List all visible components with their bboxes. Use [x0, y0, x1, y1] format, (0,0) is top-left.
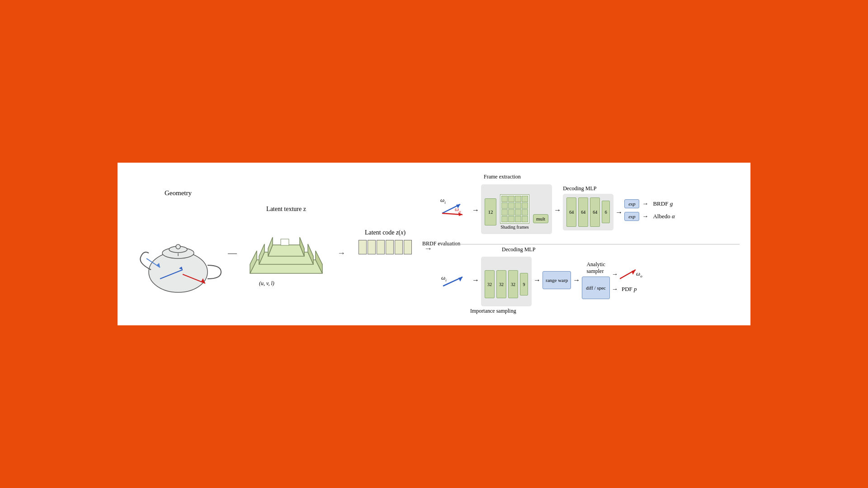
mlp-64a: 64: [566, 197, 576, 227]
arrow-exp-1: →: [642, 200, 648, 207]
latent-code-label: Latent code z(x): [365, 229, 406, 236]
bottom-omega-area: ωi: [439, 268, 470, 293]
cell-2: [508, 196, 514, 202]
exp-box-2: exp: [624, 212, 639, 221]
latent-texture-label: Latent texture z: [266, 206, 306, 213]
svg-point-3: [176, 244, 180, 249]
arrow-geom-to-latent: —: [228, 248, 237, 258]
decoding-mlp-top-panel: 64 64 64 6: [563, 194, 613, 230]
mlp-32b: 32: [496, 270, 506, 298]
cell-15: [515, 216, 521, 222]
cell-11: [515, 209, 521, 216]
albedo-result-label: Albedo α: [653, 213, 675, 220]
latent-box-4: [386, 240, 394, 254]
shading-grid: [500, 194, 529, 224]
cell-7: [515, 202, 521, 209]
decoding-mlp-top-title: Decoding MLP: [563, 185, 613, 192]
mult-area: mult: [533, 201, 548, 223]
cell-12: [522, 209, 528, 216]
teapot-area: [133, 200, 223, 299]
arrow-omega-bottom: →: [472, 276, 479, 284]
mlp-64c: 64: [590, 197, 600, 227]
decoding-mlp-top-wrapper: Decoding MLP 64 64 64 6: [563, 185, 613, 230]
arrow-range-to-analytic: →: [573, 276, 580, 284]
uvl-label: (u, v, l): [259, 280, 274, 287]
plate-stack-svg: [245, 219, 327, 282]
importance-sampling-label: Importance sampling: [470, 308, 516, 314]
mlp-32a: 32: [485, 270, 495, 298]
decoding-mlp-bottom-title: Decoding MLP: [502, 246, 535, 253]
geometry-label: Geometry: [165, 189, 192, 197]
shading-frames-area: Shading frames: [500, 194, 529, 230]
right-section: BRDF evaluation Frame extraction ωi ωo: [435, 172, 740, 316]
bottom-results-area: → ωo → PDF p: [612, 267, 642, 293]
latent-code-section: Latent code z(x): [349, 229, 421, 254]
frame-extraction-panel: 12: [481, 184, 552, 234]
svg-marker-28: [632, 270, 636, 275]
latent-box-6: [404, 240, 412, 254]
analytic-sampler-title: Analyticsampler: [586, 261, 605, 275]
top-omega-area: ωi ωo: [439, 193, 470, 222]
pdf-result-row: → PDF p: [612, 286, 642, 293]
svg-rect-20: [281, 239, 289, 245]
pdf-result-label: PDF p: [622, 286, 637, 293]
latent-box-1: [359, 240, 367, 254]
arrow-pdf: →: [612, 286, 618, 293]
latent-box-3: [377, 240, 385, 254]
omega-i-label: ωi: [440, 197, 446, 205]
arrow-latent-to-code: →: [337, 249, 345, 258]
mlp-6: 6: [602, 201, 610, 223]
cell-6: [508, 202, 514, 209]
teapot-svg: [133, 200, 223, 295]
cell-16: [522, 216, 528, 222]
latent-code-boxes: [359, 240, 412, 254]
omega-o-label: ωo: [455, 206, 461, 214]
albedo-result-row: exp → Albedo α: [624, 212, 675, 221]
arrow-omega-o2: →: [612, 271, 618, 278]
latent-box-5: [395, 240, 403, 254]
brdf-result-row: exp → BRDF g: [624, 199, 673, 208]
omega-o2-svg: [620, 267, 638, 281]
cell-13: [501, 216, 508, 222]
arrow-panel-to-decoding: →: [554, 206, 561, 214]
omega-o2-row: → ωo: [612, 267, 642, 281]
decoding-mlp-bottom-panel: 32 32 32 9: [481, 257, 532, 306]
cell-9: [501, 209, 508, 216]
cell-5: [501, 202, 508, 209]
cell-1: [501, 196, 508, 202]
analytic-sampler-wrapper: Analyticsampler diff / spec: [582, 261, 610, 299]
num-12-box: 12: [485, 198, 496, 225]
exp-box-1: exp: [624, 199, 639, 208]
cell-4: [522, 196, 528, 202]
cell-3: [515, 196, 521, 202]
latent-box-2: [368, 240, 376, 254]
arrow-exp-2: →: [642, 213, 648, 220]
omega-i2-label: ωi: [441, 274, 447, 282]
cell-10: [508, 209, 514, 216]
cell-8: [522, 202, 528, 209]
frame-extraction-title: Frame extraction: [484, 174, 521, 180]
diff-spec-box: diff / spec: [582, 277, 610, 299]
range-warp-box: range warp: [542, 271, 571, 289]
mlp-9: 9: [520, 273, 528, 296]
brdf-result-label: BRDF g: [653, 200, 673, 207]
arrow-decoding-to-exp: →: [615, 208, 623, 216]
mlp-32c: 32: [508, 270, 518, 298]
exp-results-area: exp → BRDF g exp → Albedo α: [624, 199, 675, 221]
svg-marker-26: [458, 277, 462, 282]
omega-o2-label: ωo: [636, 270, 642, 278]
shading-frames-label: Shading frames: [500, 225, 529, 230]
arrow-bottom-to-range: →: [533, 276, 541, 284]
mult-box: mult: [533, 214, 548, 223]
mlp-64b: 64: [578, 197, 588, 227]
brdf-row: Frame extraction ωi ωo →: [439, 172, 740, 244]
arrow-omega-to-panel: →: [472, 206, 479, 214]
latent-texture-section: Latent texture z (u, v, l): [239, 206, 334, 282]
geometry-section: Geometry: [128, 189, 228, 299]
cell-14: [508, 216, 514, 222]
main-diagram: Geometry: [118, 163, 750, 325]
importance-row: Importance sampling Decoding MLP ωi → 32…: [439, 244, 740, 317]
plate-stack: (u, v, l): [245, 219, 327, 282]
svg-marker-17: [268, 245, 304, 256]
